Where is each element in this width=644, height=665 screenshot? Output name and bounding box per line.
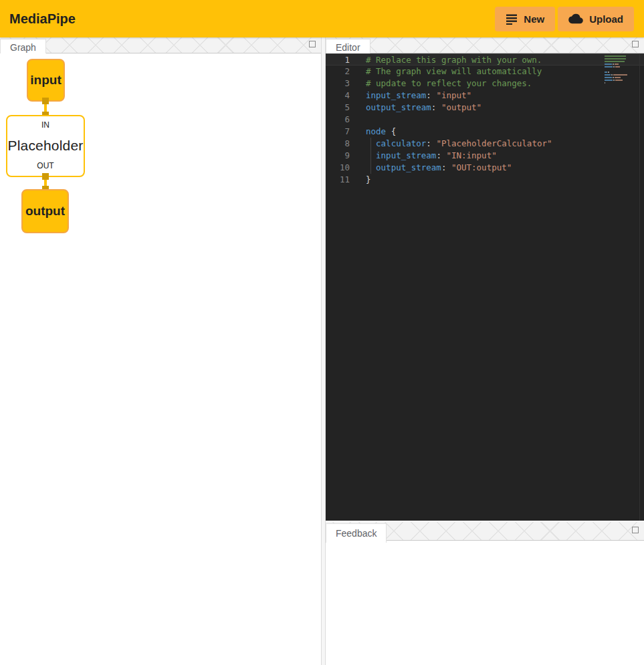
maximize-icon[interactable] bbox=[632, 41, 639, 47]
code-text: input_stream: "input" bbox=[350, 90, 471, 102]
graph-node-placeholder[interactable]: IN Placeholder OUT bbox=[6, 115, 85, 177]
graph-tabstrip: Graph bbox=[0, 37, 321, 53]
header-buttons: New Upload bbox=[495, 7, 634, 31]
upload-button[interactable]: Upload bbox=[558, 7, 634, 31]
code-line: 2# The graph view will automatically bbox=[326, 65, 644, 78]
panel-splitter[interactable] bbox=[321, 37, 326, 665]
code-line: 1# Replace this graph with your own. bbox=[326, 53, 644, 65]
code-line: 11} bbox=[326, 174, 644, 186]
code-text: node { bbox=[350, 126, 396, 138]
code-text: output_stream: "OUT:output" bbox=[350, 162, 512, 174]
editor-overview-ruler bbox=[639, 53, 640, 521]
graph-node-input[interactable]: input bbox=[27, 59, 65, 102]
code-text: } bbox=[350, 174, 371, 186]
feedback-tabstrip: Feedback bbox=[326, 522, 644, 541]
code-text: # Replace this graph with your own. bbox=[350, 54, 542, 65]
code-line: 9 input_stream: "IN:input" bbox=[326, 150, 644, 162]
code-text: output_stream: "output" bbox=[350, 102, 481, 114]
feedback-panel: Feedback bbox=[326, 521, 644, 665]
code-text: input_stream: "IN:input" bbox=[350, 150, 497, 162]
calculator-node-label: Placeholder bbox=[7, 138, 83, 154]
tab-feedback[interactable]: Feedback bbox=[326, 523, 387, 543]
minimap[interactable] bbox=[605, 55, 629, 85]
graph-canvas[interactable]: input IN Placeholder OUT output bbox=[0, 53, 321, 665]
line-number: 4 bbox=[326, 90, 350, 102]
code-editor[interactable]: 1# Replace this graph with your own.2# T… bbox=[326, 53, 644, 521]
line-number: 11 bbox=[326, 174, 350, 186]
edge-connector-square bbox=[42, 173, 49, 180]
line-number: 7 bbox=[326, 126, 350, 138]
code-line: 10 output_stream: "OUT:output" bbox=[326, 162, 644, 174]
code-line: 5output_stream: "output" bbox=[326, 102, 644, 114]
code-text bbox=[350, 114, 366, 126]
indent-guide bbox=[370, 162, 371, 174]
editor-tabstrip: Editor bbox=[326, 37, 644, 53]
cloud-upload-icon bbox=[568, 13, 583, 25]
main-area: Graph input IN Placeholder OUT output Ed… bbox=[0, 37, 644, 665]
line-number: 5 bbox=[326, 102, 350, 114]
edge-connector-square bbox=[42, 98, 49, 104]
indent-guide bbox=[370, 150, 371, 162]
upload-button-label: Upload bbox=[589, 13, 623, 25]
code-text: calculator: "PlaceholderCalculator" bbox=[350, 138, 552, 150]
right-column: Editor 1# Replace this graph with your o… bbox=[326, 37, 644, 665]
code-line: 4input_stream: "input" bbox=[326, 90, 644, 102]
code-line: 3# update to reflect your changes. bbox=[326, 78, 644, 90]
line-number: 10 bbox=[326, 162, 350, 174]
app-title: MediaPipe bbox=[9, 11, 76, 27]
notes-icon bbox=[506, 13, 518, 25]
line-number: 6 bbox=[326, 114, 350, 126]
new-button-label: New bbox=[524, 13, 544, 25]
indent-guide bbox=[370, 138, 371, 150]
maximize-icon[interactable] bbox=[309, 41, 316, 47]
feedback-content bbox=[326, 541, 644, 665]
maximize-icon[interactable] bbox=[632, 527, 639, 533]
code-text: # update to reflect your changes. bbox=[350, 78, 532, 90]
line-number: 8 bbox=[326, 138, 350, 150]
graph-node-output[interactable]: output bbox=[21, 189, 69, 233]
graph-panel: Graph input IN Placeholder OUT output bbox=[0, 37, 321, 665]
editor-panel: Editor 1# Replace this graph with your o… bbox=[326, 37, 644, 521]
code-lines: 1# Replace this graph with your own.2# T… bbox=[326, 53, 644, 186]
app-header: MediaPipe New Upload bbox=[0, 0, 644, 37]
new-button[interactable]: New bbox=[495, 7, 555, 31]
code-line: 7node { bbox=[326, 126, 644, 138]
input-port-label: IN bbox=[41, 120, 49, 130]
line-number: 1 bbox=[326, 54, 350, 65]
code-line: 6 bbox=[326, 114, 644, 126]
line-number: 2 bbox=[326, 65, 350, 78]
code-text: # The graph view will automatically bbox=[350, 65, 542, 78]
output-port-label: OUT bbox=[37, 161, 53, 170]
line-number: 3 bbox=[326, 78, 350, 90]
line-number: 9 bbox=[326, 150, 350, 162]
code-line: 8 calculator: "PlaceholderCalculator" bbox=[326, 138, 644, 150]
